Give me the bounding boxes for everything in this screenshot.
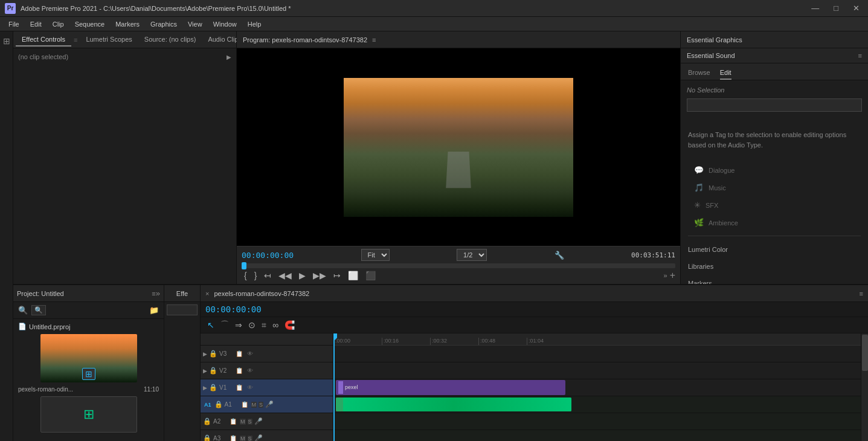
timeline-scrollbar[interactable]: [861, 333, 868, 441]
maximize-button[interactable]: □: [830, 2, 842, 14]
go-to-out-button[interactable]: ↦: [331, 269, 343, 282]
selection-tool-button[interactable]: ↖: [205, 319, 216, 331]
tab-effect-controls[interactable]: Effect Controls: [16, 33, 71, 47]
mark-out-button[interactable]: }: [252, 269, 260, 282]
a2-mute-button[interactable]: M: [240, 419, 246, 425]
top-panels: Effect Controls ≡ Lumetri Scopes Source:…: [13, 31, 868, 285]
v2-expand-icon[interactable]: ▶: [203, 368, 207, 374]
effects-panel-title: Effe: [176, 290, 188, 297]
go-to-in-button[interactable]: ↤: [262, 269, 274, 282]
scrollbar-thumb[interactable]: [862, 335, 868, 371]
video-clip-v1[interactable]: pexel: [336, 380, 565, 394]
a3-solo-button[interactable]: S: [248, 436, 252, 442]
effect-controls-content: (no clip selected) ▶: [13, 48, 236, 284]
new-bin-icon[interactable]: 📁: [148, 304, 160, 316]
v1-monitor-button[interactable]: 👁: [246, 384, 254, 391]
project-file-item[interactable]: 📄 Untitled.prproj: [16, 321, 161, 332]
transport-more-button[interactable]: »: [664, 272, 667, 279]
clip-thumbnail[interactable]: ⊞: [40, 334, 137, 382]
menu-edit[interactable]: Edit: [25, 19, 47, 29]
a2-visibility-button[interactable]: 📋: [228, 418, 238, 425]
razor-tool-button[interactable]: ⇒: [233, 319, 244, 331]
effects-search-input[interactable]: [167, 304, 198, 315]
sfx-button[interactable]: ✳ SFX: [688, 197, 861, 213]
menu-file[interactable]: File: [4, 19, 24, 29]
search-icon: 🔍: [17, 304, 29, 316]
link-button[interactable]: ∞: [271, 319, 280, 331]
tab-lumetri-scopes[interactable]: Lumetri Scopes: [80, 33, 138, 47]
a2-solo-button[interactable]: S: [248, 419, 252, 425]
a1-mute-button[interactable]: M: [251, 402, 257, 408]
ripple-tool-button[interactable]: ⌒: [219, 318, 231, 332]
tools-icon[interactable]: ⊞: [2, 36, 11, 46]
menu-help[interactable]: Help: [243, 19, 266, 29]
search-input-icon[interactable]: 🔍: [31, 305, 46, 315]
v3-visibility-button[interactable]: 📋: [234, 350, 244, 357]
a3-sync-icon: 🔒: [203, 434, 211, 441]
a1-solo-button[interactable]: S: [259, 402, 263, 408]
v2-visibility-button[interactable]: 📋: [234, 367, 244, 374]
main-area: ⊞ Effect Controls ≡ Lumetri Scopes Sourc…: [0, 31, 868, 441]
tab-edit[interactable]: Edit: [720, 66, 731, 80]
audio-placeholder[interactable]: ⊞: [40, 396, 137, 433]
slip-tool-button[interactable]: ⊙: [246, 319, 257, 331]
a1-visibility-button[interactable]: 📋: [240, 401, 249, 408]
project-expand-button[interactable]: »: [156, 289, 160, 298]
music-button[interactable]: 🎵 Music: [688, 179, 861, 196]
project-header: Project: Untitled ≡ »: [13, 285, 164, 302]
track-header-ruler: [201, 333, 333, 346]
insert-button[interactable]: ⬜: [346, 269, 361, 282]
timecode-display: 00:00:00:00: [242, 251, 294, 260]
step-back-button[interactable]: ◀◀: [276, 269, 294, 282]
v2-monitor-button[interactable]: 👁: [246, 367, 254, 374]
menu-graphics[interactable]: Graphics: [146, 19, 182, 29]
libraries-item[interactable]: Libraries: [681, 258, 868, 275]
scrubber-bar[interactable]: [242, 263, 675, 268]
tab-source[interactable]: Source: (no clips): [138, 33, 202, 47]
play-button[interactable]: ▶: [297, 269, 308, 282]
v3-expand-icon[interactable]: ▶: [203, 351, 207, 357]
audio-clip-a1[interactable]: [336, 398, 571, 411]
add-button[interactable]: +: [670, 270, 675, 281]
monitor-title: Program: pexels-roman-odintsov-8747382: [243, 36, 367, 43]
step-forward-button[interactable]: ▶▶: [310, 269, 329, 282]
timeline-close-button[interactable]: ×: [205, 290, 209, 297]
expand-arrow-icon[interactable]: ▶: [227, 54, 231, 60]
essential-sound-menu[interactable]: ≡: [858, 52, 862, 59]
settings-icon[interactable]: 🔧: [555, 251, 564, 260]
markers-item[interactable]: Markers: [681, 275, 868, 284]
timeline-playhead[interactable]: [333, 333, 335, 441]
fit-dropdown[interactable]: Fit: [361, 249, 390, 261]
track-header-a3: 🔒 A3 📋 M S 🎤: [201, 430, 333, 441]
video-thumbnail: [344, 78, 573, 217]
effect-controls-panel: Effect Controls ≡ Lumetri Scopes Source:…: [13, 31, 237, 284]
v3-monitor-button[interactable]: 👁: [246, 350, 254, 357]
dialogue-button[interactable]: 💬 Dialogue: [688, 162, 861, 178]
preset-field[interactable]: [687, 98, 862, 112]
essential-graphics-panel: Essential Graphics Essential Sound ≡ Bro…: [681, 31, 868, 284]
menu-clip[interactable]: Clip: [48, 19, 69, 29]
overwrite-button[interactable]: ⬛: [363, 269, 378, 282]
pen-tool-button[interactable]: ⌗: [260, 319, 268, 332]
menu-markers[interactable]: Markers: [111, 19, 144, 29]
menu-window[interactable]: Window: [208, 19, 242, 29]
monitor-menu-button[interactable]: ≡: [372, 36, 376, 43]
ambience-button[interactable]: 🌿 Ambience: [688, 214, 861, 231]
resolution-dropdown[interactable]: 1/2: [457, 249, 487, 261]
snap-button[interactable]: 🧲: [283, 319, 297, 331]
a2-mic-icon: 🎤: [254, 417, 263, 425]
mark-in-button[interactable]: {: [242, 269, 249, 282]
a3-visibility-button[interactable]: 📋: [228, 435, 238, 441]
a1-active-label: A1: [203, 402, 213, 408]
lumetri-color-item[interactable]: Lumetri Color: [681, 241, 868, 258]
a3-mute-button[interactable]: M: [240, 436, 246, 442]
timeline-menu-button[interactable]: ≡: [860, 290, 863, 297]
menu-sequence[interactable]: Sequence: [70, 19, 110, 29]
no-selection-label: No Selection: [687, 86, 862, 94]
close-button[interactable]: ✕: [849, 2, 863, 14]
v1-visibility-button[interactable]: 📋: [234, 384, 244, 391]
minimize-button[interactable]: —: [808, 2, 823, 14]
tab-browse[interactable]: Browse: [688, 66, 710, 80]
v1-expand-icon[interactable]: ▶: [203, 385, 207, 391]
menu-view[interactable]: View: [183, 19, 207, 29]
